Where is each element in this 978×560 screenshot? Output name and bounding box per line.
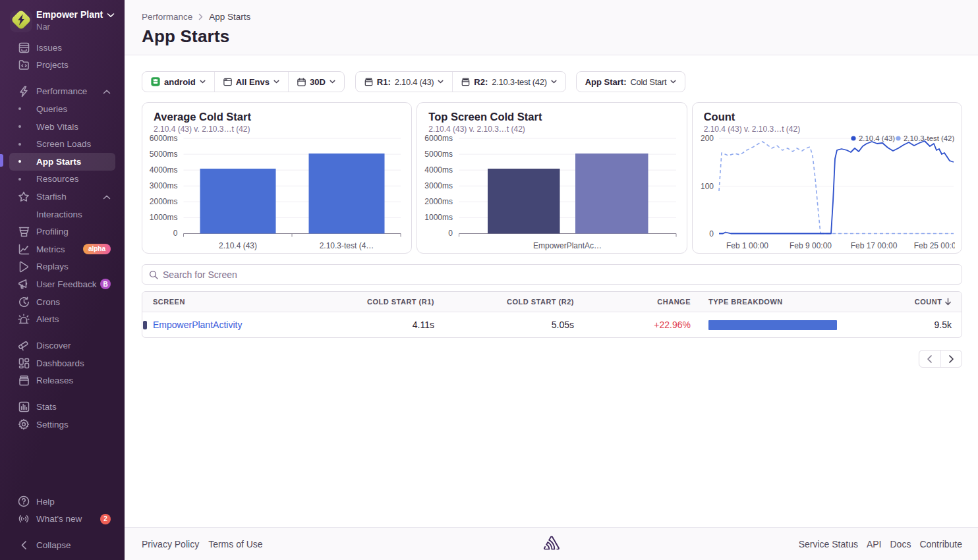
svg-text:EmpowerPlantAc…: EmpowerPlantAc… <box>533 241 602 250</box>
svg-text:1000ms: 1000ms <box>425 213 453 222</box>
svg-text:3000ms: 3000ms <box>150 181 178 190</box>
svg-text:6000ms: 6000ms <box>150 134 178 143</box>
svg-text:2000ms: 2000ms <box>150 197 178 206</box>
svg-text:100: 100 <box>701 182 714 191</box>
svg-text:6000ms: 6000ms <box>425 134 453 143</box>
svg-text:0: 0 <box>173 229 178 238</box>
svg-text:2.10.3-test (4…: 2.10.3-test (4… <box>320 241 374 250</box>
svg-text:Feb 17 00:00: Feb 17 00:00 <box>850 241 897 250</box>
svg-text:Feb 25 00:00: Feb 25 00:00 <box>913 241 954 250</box>
svg-text:1000ms: 1000ms <box>150 213 178 222</box>
svg-text:5000ms: 5000ms <box>150 150 178 159</box>
svg-text:0: 0 <box>449 229 453 238</box>
svg-text:2.10.4 (43): 2.10.4 (43) <box>219 241 257 250</box>
svg-text:2.10.3-test (42): 2.10.3-test (42) <box>904 134 954 142</box>
svg-text:Feb 9 00:00: Feb 9 00:00 <box>790 241 832 250</box>
svg-text:2.10.4 (43): 2.10.4 (43) <box>859 134 895 142</box>
svg-text:0: 0 <box>709 229 714 238</box>
svg-text:200: 200 <box>701 134 714 143</box>
svg-text:4000ms: 4000ms <box>150 165 178 175</box>
svg-text:2000ms: 2000ms <box>425 197 453 206</box>
svg-text:5000ms: 5000ms <box>425 150 453 159</box>
svg-text:3000ms: 3000ms <box>425 181 453 190</box>
svg-text:Feb 1 00:00: Feb 1 00:00 <box>726 241 768 250</box>
svg-text:4000ms: 4000ms <box>425 165 453 175</box>
